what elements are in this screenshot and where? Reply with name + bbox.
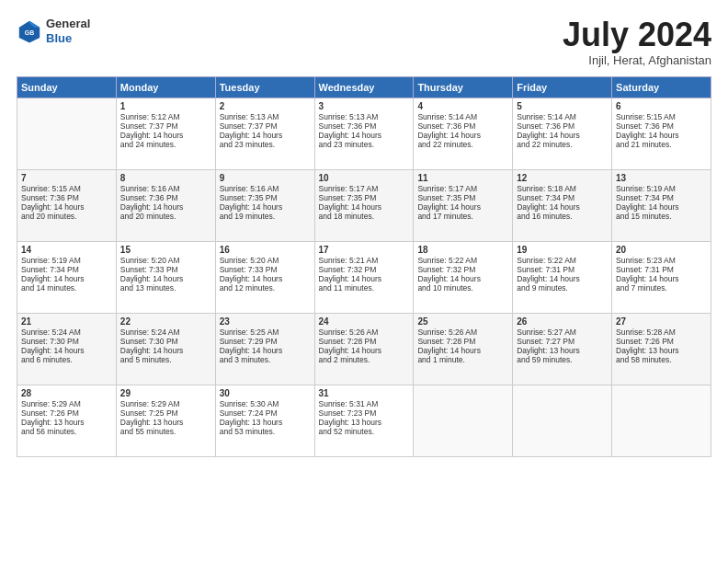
calendar-cell: 22Sunrise: 5:24 AMSunset: 7:30 PMDayligh… [116,313,215,385]
day-info-line: and 13 minutes. [120,283,211,293]
calendar-cell: 16Sunrise: 5:20 AMSunset: 7:33 PMDayligh… [215,241,314,313]
day-info-line: Sunset: 7:36 PM [319,121,410,131]
day-info-line: and 15 minutes. [616,212,707,221]
day-info-line: Daylight: 13 hours [319,418,410,427]
day-number: 18 [417,245,508,255]
calendar-cell: 25Sunrise: 5:26 AMSunset: 7:28 PMDayligh… [414,313,513,385]
day-info-line: Sunset: 7:36 PM [120,193,211,202]
day-info-line: Daylight: 14 hours [21,202,112,212]
day-info-line: and 9 minutes. [517,283,608,293]
day-info-line: Daylight: 14 hours [616,274,707,283]
day-info-line: Sunrise: 5:15 AM [21,184,112,193]
day-number: 26 [517,316,608,327]
calendar-cell: 29Sunrise: 5:29 AMSunset: 7:25 PMDayligh… [116,385,215,456]
day-number: 17 [319,245,410,255]
day-info-line: Sunrise: 5:17 AM [417,184,508,193]
day-info-line: Sunset: 7:29 PM [220,337,311,346]
day-info-line: Sunrise: 5:17 AM [319,184,410,193]
calendar-cell: 10Sunrise: 5:17 AMSunset: 7:35 PMDayligh… [314,169,414,241]
day-info-line: Sunset: 7:25 PM [120,408,211,418]
day-info-line: Daylight: 13 hours [120,418,211,427]
day-number: 16 [220,245,311,255]
day-number: 14 [21,245,112,255]
day-info-line: Sunrise: 5:20 AM [220,256,311,265]
day-info-line: Sunrise: 5:22 AM [517,256,608,265]
day-info-line: Sunset: 7:34 PM [616,193,707,202]
day-info-line: Daylight: 13 hours [517,346,608,355]
day-info-line: Sunrise: 5:19 AM [21,256,112,265]
day-info-line: and 12 minutes. [220,283,311,293]
title-location: Injil, Herat, Afghanistan [563,53,711,67]
day-info-line: Sunset: 7:34 PM [517,193,608,202]
day-info-line: Daylight: 14 hours [417,202,508,212]
day-info-line: Daylight: 14 hours [319,202,410,212]
calendar-cell: 27Sunrise: 5:28 AMSunset: 7:26 PMDayligh… [612,313,711,385]
day-info-line: Sunrise: 5:30 AM [220,399,311,408]
calendar-cell: 30Sunrise: 5:30 AMSunset: 7:24 PMDayligh… [215,385,314,456]
day-info-line: and 24 minutes. [120,140,211,149]
day-info-line: Daylight: 13 hours [21,418,112,427]
day-info-line: Daylight: 13 hours [220,418,311,427]
day-info-line: Sunrise: 5:26 AM [417,327,508,337]
day-info-line: Sunrise: 5:14 AM [417,112,508,121]
day-number: 1 [120,101,211,111]
day-info-line: Sunset: 7:35 PM [220,193,311,202]
day-number: 31 [319,388,410,398]
day-info-line: Sunset: 7:24 PM [220,408,311,418]
day-info-line: Sunset: 7:37 PM [220,121,311,131]
day-info-line: Daylight: 14 hours [417,346,508,355]
week-row-3: 14Sunrise: 5:19 AMSunset: 7:34 PMDayligh… [17,241,711,313]
day-number: 2 [220,101,311,111]
day-info-line: and 3 minutes. [220,355,311,364]
column-header-row: SundayMondayTuesdayWednesdayThursdayFrid… [17,76,711,98]
day-info-line: Daylight: 14 hours [319,131,410,140]
day-info-line: Daylight: 14 hours [616,202,707,212]
calendar-cell [612,385,711,456]
day-info-line: and 6 minutes. [21,355,112,364]
day-number: 20 [616,245,707,255]
day-info-line: Sunrise: 5:20 AM [120,256,211,265]
calendar-cell: 23Sunrise: 5:25 AMSunset: 7:29 PMDayligh… [215,313,314,385]
day-info-line: and 14 minutes. [21,283,112,293]
day-info-line: and 19 minutes. [220,212,311,221]
day-info-line: and 22 minutes. [517,140,608,149]
col-header-saturday: Saturday [612,76,711,98]
col-header-thursday: Thursday [414,76,513,98]
col-header-sunday: Sunday [17,76,117,98]
day-info-line: Daylight: 14 hours [517,274,608,283]
day-info-line: Sunrise: 5:24 AM [120,327,211,337]
day-number: 5 [517,101,608,111]
day-info-line: Sunrise: 5:24 AM [21,327,112,337]
day-info-line: and 56 minutes. [21,427,112,436]
day-number: 8 [120,173,211,183]
day-info-line: and 58 minutes. [616,355,707,364]
day-info-line: Daylight: 14 hours [120,274,211,283]
day-info-line: Daylight: 14 hours [220,131,311,140]
page: GB General Blue July 2024 Injil, Herat, … [0,0,728,563]
day-info-line: Sunset: 7:27 PM [517,337,608,346]
calendar-cell: 4Sunrise: 5:14 AMSunset: 7:36 PMDaylight… [414,98,513,169]
calendar-cell: 31Sunrise: 5:31 AMSunset: 7:23 PMDayligh… [314,385,414,456]
day-info-line: and 5 minutes. [120,355,211,364]
day-info-line: and 23 minutes. [220,140,311,149]
calendar-cell: 11Sunrise: 5:17 AMSunset: 7:35 PMDayligh… [414,169,513,241]
day-info-line: Sunset: 7:28 PM [417,337,508,346]
day-info-line: Sunrise: 5:19 AM [616,184,707,193]
calendar-cell: 14Sunrise: 5:19 AMSunset: 7:34 PMDayligh… [17,241,117,313]
day-number: 29 [120,388,211,398]
calendar-cell: 17Sunrise: 5:21 AMSunset: 7:32 PMDayligh… [314,241,414,313]
week-row-4: 21Sunrise: 5:24 AMSunset: 7:30 PMDayligh… [17,313,711,385]
day-info-line: Sunrise: 5:28 AM [616,327,707,337]
day-number: 21 [21,316,112,327]
day-info-line: Sunset: 7:34 PM [21,265,112,274]
day-number: 22 [120,316,211,327]
calendar-cell: 13Sunrise: 5:19 AMSunset: 7:34 PMDayligh… [612,169,711,241]
week-row-1: 1Sunrise: 5:12 AMSunset: 7:37 PMDaylight… [17,98,711,169]
day-info-line: Daylight: 14 hours [319,274,410,283]
day-number: 9 [220,173,311,183]
col-header-wednesday: Wednesday [314,76,414,98]
day-info-line: and 23 minutes. [319,140,410,149]
day-info-line: Sunrise: 5:27 AM [517,327,608,337]
calendar-cell [414,385,513,456]
day-number: 12 [517,173,608,183]
